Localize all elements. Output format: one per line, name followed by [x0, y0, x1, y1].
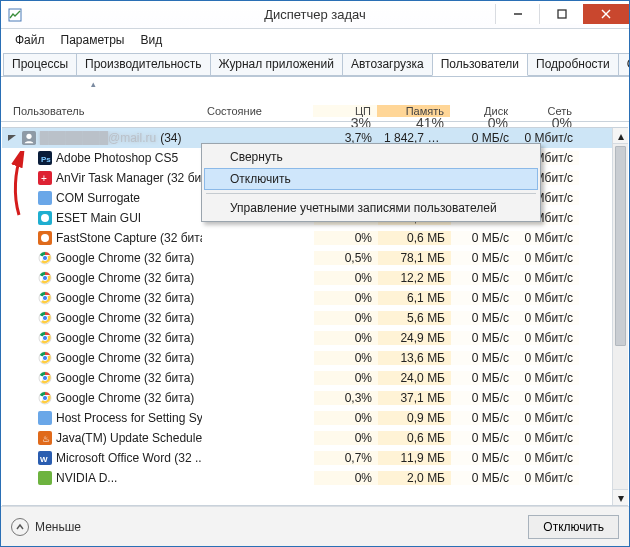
- svg-rect-38: [38, 471, 52, 485]
- svg-text:W: W: [40, 455, 48, 464]
- cpu-cell: 0%: [314, 371, 378, 385]
- col-disk[interactable]: 0% Диск: [450, 105, 514, 117]
- net-cell: 0 Мбит/с: [515, 291, 579, 305]
- mem-cell: 5,6 МБ: [378, 311, 451, 325]
- col-net[interactable]: 0% Сеть: [514, 105, 578, 117]
- process-row[interactable]: Host Process for Setting Sy...0%0,9 МБ0 …: [2, 408, 612, 428]
- cpu-cell: 0%: [314, 231, 378, 245]
- process-name: Microsoft Office Word (32 ...: [56, 451, 202, 465]
- mem-cell: 24,9 МБ: [378, 331, 451, 345]
- process-row[interactable]: Google Chrome (32 бита)0%24,9 МБ0 МБ/с0 …: [2, 328, 612, 348]
- process-row[interactable]: FastStone Capture (32 бита)0%0,6 МБ0 МБ/…: [2, 228, 612, 248]
- ps-icon: Ps: [38, 151, 52, 165]
- svg-point-28: [42, 355, 47, 360]
- process-name: Google Chrome (32 бита): [56, 391, 194, 405]
- close-button[interactable]: [583, 4, 629, 24]
- process-name: Google Chrome (32 бита): [56, 251, 194, 265]
- disk-cell: 0 МБ/с: [451, 471, 515, 485]
- process-row[interactable]: ♨Java(TM) Update Schedule...0%0,6 МБ0 МБ…: [2, 428, 612, 448]
- menubar: Файл Параметры Вид: [1, 29, 629, 51]
- process-row[interactable]: Google Chrome (32 бита)0%12,2 МБ0 МБ/с0 …: [2, 268, 612, 288]
- disk-cell: 0 МБ/с: [451, 391, 515, 405]
- cpu-cell: 0,5%: [314, 251, 378, 265]
- col-memory[interactable]: 41% Память: [377, 105, 450, 117]
- chrome-icon: [38, 371, 52, 385]
- svg-text:Ps: Ps: [41, 155, 51, 164]
- mem-cell: 11,9 МБ: [378, 451, 451, 465]
- user-count: (34): [160, 131, 181, 145]
- col-state[interactable]: Состояние: [201, 105, 313, 117]
- svg-text:+: +: [41, 173, 47, 184]
- chevron-up-icon: [11, 518, 29, 536]
- word-icon: W: [38, 451, 52, 465]
- svg-point-7: [26, 134, 31, 139]
- fewer-details-button[interactable]: Меньше: [11, 518, 81, 536]
- scroll-down-button[interactable]: ▾: [613, 489, 628, 505]
- process-row[interactable]: Google Chrome (32 бита)0%6,1 МБ0 МБ/с0 М…: [2, 288, 612, 308]
- disk-cell: 0 МБ/с: [451, 311, 515, 325]
- chrome-icon: [38, 251, 52, 265]
- disk-cell: 0 МБ/с: [451, 291, 515, 305]
- col-name[interactable]: Пользователь: [1, 105, 201, 117]
- net-cell: 0 Мбит/с: [515, 391, 579, 405]
- chrome-icon: [38, 331, 52, 345]
- process-row[interactable]: Google Chrome (32 бита)0%13,6 МБ0 МБ/с0 …: [2, 348, 612, 368]
- process-row[interactable]: Google Chrome (32 бита)0,5%78,1 МБ0 МБ/с…: [2, 248, 612, 268]
- ctx-disconnect[interactable]: Отключить: [204, 168, 538, 190]
- svg-point-16: [41, 234, 49, 242]
- tab-processes[interactable]: Процессы: [3, 53, 77, 76]
- net-cell: 0 Мбит/с: [515, 271, 579, 285]
- process-row[interactable]: WMicrosoft Office Word (32 ...0,7%11,9 М…: [2, 448, 612, 468]
- com-icon: [38, 191, 52, 205]
- tab-users[interactable]: Пользователи: [432, 53, 528, 76]
- net-cell: 0 Мбит/с: [515, 411, 579, 425]
- mem-cell: 6,1 МБ: [378, 291, 451, 305]
- net-cell: 0 Мбит/с: [515, 331, 579, 345]
- net-cell: 0 Мбит/с: [515, 311, 579, 325]
- menu-file[interactable]: Файл: [7, 31, 53, 49]
- cpu-cell: 0%: [314, 291, 378, 305]
- tab-services[interactable]: Службы: [618, 53, 630, 76]
- mem-cell: 2,0 МБ: [378, 471, 451, 485]
- disconnect-button[interactable]: Отключить: [528, 515, 619, 539]
- tab-performance[interactable]: Производительность: [76, 53, 210, 76]
- process-row[interactable]: Google Chrome (32 бита)0%5,6 МБ0 МБ/с0 М…: [2, 308, 612, 328]
- scroll-up-button[interactable]: ▴: [613, 128, 628, 144]
- user-icon: [22, 131, 36, 145]
- scroll-thumb[interactable]: [615, 146, 626, 346]
- process-name: Google Chrome (32 бита): [56, 351, 194, 365]
- ctx-collapse[interactable]: Свернуть: [204, 146, 538, 168]
- mem-cell: 0,6 МБ: [378, 431, 451, 445]
- menu-view[interactable]: Вид: [132, 31, 170, 49]
- process-row[interactable]: Google Chrome (32 бита)0%24,0 МБ0 МБ/с0 …: [2, 368, 612, 388]
- minimize-button[interactable]: [495, 4, 539, 24]
- cpu-cell: 0%: [314, 431, 378, 445]
- chrome-icon: [38, 271, 52, 285]
- disk-cell: 0 МБ/с: [451, 431, 515, 445]
- tab-details[interactable]: Подробности: [527, 53, 619, 76]
- process-row[interactable]: NVIDIA D... 0%2,0 МБ0 МБ/с0 Мбит/с: [2, 468, 612, 488]
- window-buttons: [495, 4, 629, 24]
- tab-apphistory[interactable]: Журнал приложений: [210, 53, 343, 76]
- disk-cell: 0 МБ/с: [451, 251, 515, 265]
- col-cpu[interactable]: 3% ЦП: [313, 105, 377, 117]
- collapse-icon[interactable]: [6, 132, 18, 144]
- disk-cell: 0 МБ/с: [451, 411, 515, 425]
- user-name: ████████@mail.ru: [40, 131, 156, 145]
- column-headers: ▴ Пользователь Состояние 3% ЦП 41% Памят…: [1, 77, 629, 122]
- maximize-button[interactable]: [539, 4, 583, 24]
- process-name: Adobe Photoshop CS5: [56, 151, 178, 165]
- ctx-manage-accounts[interactable]: Управление учетными записями пользовател…: [204, 197, 538, 219]
- disk-cell: 0 МБ/с: [451, 351, 515, 365]
- process-row[interactable]: Google Chrome (32 бита)0,3%37,1 МБ0 МБ/с…: [2, 388, 612, 408]
- host-icon: [38, 411, 52, 425]
- process-name: Google Chrome (32 бита): [56, 331, 194, 345]
- svg-point-20: [42, 275, 47, 280]
- menu-options[interactable]: Параметры: [53, 31, 133, 49]
- svg-text:♨: ♨: [42, 434, 50, 444]
- vertical-scrollbar[interactable]: ▴ ▾: [612, 128, 628, 505]
- tab-startup[interactable]: Автозагрузка: [342, 53, 433, 76]
- svg-rect-0: [9, 9, 21, 21]
- process-name: Java(TM) Update Schedule...: [56, 431, 202, 445]
- col-name-label: Пользователь: [13, 105, 84, 117]
